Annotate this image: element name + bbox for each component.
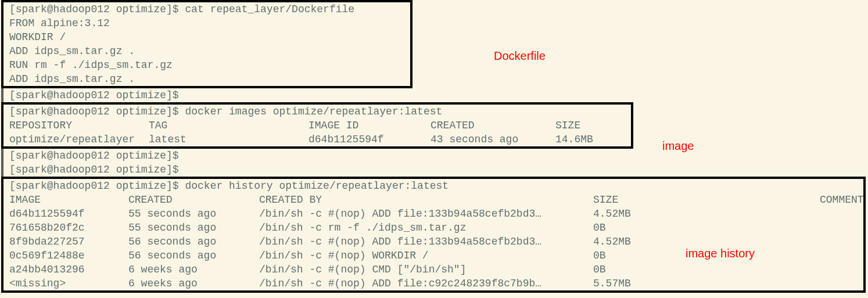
r5-by: /bin/sh -c #(nop) CMD ["/bin/sh"] — [259, 263, 593, 277]
dockerfile-box: [spark@hadoop012 optimize]$ cat repeat_l… — [1, 0, 413, 88]
r1-image: d64b1125594f — [9, 207, 128, 221]
r3-created: 56 seconds ago — [128, 235, 259, 249]
r4-created: 56 seconds ago — [128, 249, 259, 263]
r2-image: 761658b20f2c — [9, 221, 128, 235]
r2-by: /bin/sh -c rm -f ./idps_sm.tar.gz — [259, 221, 593, 235]
r5-image: a24bb4013296 — [9, 263, 128, 277]
h-created: CREATED — [128, 193, 259, 207]
r2-created: 55 seconds ago — [128, 221, 259, 235]
r1-by: /bin/sh -c #(nop) ADD file:133b94a58cefb… — [259, 207, 593, 221]
r4-size: 0B — [593, 250, 606, 261]
r3-size: 4.52MB — [593, 236, 631, 247]
image-box: [spark@hadoop012 optimize]$ docker image… — [1, 102, 633, 149]
hdr-tag: TAG — [149, 119, 309, 132]
hdr-created: CREATED — [431, 119, 555, 132]
hdr-repo: REPOSITORY — [9, 119, 149, 132]
label-history: image history — [686, 247, 755, 260]
prompt-line: [spark@hadoop012 optimize]$ cat repeat_l… — [3, 2, 410, 16]
row-id: d64b1125594f — [309, 132, 431, 146]
prompt-line: [spark@hadoop012 optimize]$ — [3, 163, 868, 177]
r5-created: 6 weeks ago — [128, 263, 259, 277]
hdr-id: IMAGE ID — [309, 119, 431, 132]
history-row: <missing>6 weeks ago/bin/sh -c #(nop) AD… — [3, 277, 863, 290]
r4-image: 0c569f12488e — [9, 249, 128, 263]
label-dockerfile: Dockerfile — [494, 49, 546, 63]
r5-size: 0B — [593, 264, 606, 275]
history-row: 761658b20f2c55 seconds ago/bin/sh -c rm … — [3, 221, 863, 235]
r6-created: 6 weeks ago — [128, 277, 259, 290]
docker-images-cmd: [spark@hadoop012 optimize]$ docker image… — [3, 105, 631, 119]
row-tag: latest — [149, 132, 309, 146]
r1-created: 55 seconds ago — [128, 207, 259, 221]
r6-size: 5.57MB — [593, 278, 631, 289]
row-repo: optimize/repeatlayer — [9, 132, 149, 146]
history-box: [spark@hadoop012 optimize]$ docker histo… — [1, 177, 866, 293]
dockerfile-line: WORKDIR / — [3, 30, 410, 44]
r4-by: /bin/sh -c #(nop) WORKDIR / — [259, 249, 593, 263]
r6-by: /bin/sh -c #(nop) ADD file:c92c248239f8c… — [259, 277, 593, 290]
h-comment: COMMENT — [820, 194, 864, 206]
h-image: IMAGE — [9, 193, 128, 207]
h-createdby: CREATED BY — [259, 193, 593, 207]
row-size: 14.6MB — [555, 134, 593, 145]
r2-size: 0B — [593, 222, 606, 234]
row-created: 43 seconds ago — [431, 132, 555, 146]
r3-by: /bin/sh -c #(nop) ADD file:133b94a58cefb… — [259, 235, 593, 249]
image-header: REPOSITORYTAGIMAGE IDCREATEDSIZE — [3, 119, 631, 132]
r3-image: 8f9bda227257 — [9, 235, 128, 249]
history-row: a24bb40132966 weeks ago/bin/sh -c #(nop)… — [3, 263, 863, 277]
dockerfile-line: ADD idps_sm.tar.gz . — [3, 44, 410, 58]
dockerfile-line: RUN rm -f ./idps_sm.tar.gz — [3, 58, 410, 72]
prompt-line: [spark@hadoop012 optimize]$ — [3, 149, 868, 163]
prompt-line: [spark@hadoop012 optimize]$ — [3, 88, 868, 102]
dockerfile-line: FROM alpine:3.12 — [3, 16, 410, 30]
history-row: d64b1125594f55 seconds ago/bin/sh -c #(n… — [3, 207, 863, 221]
h-size: SIZE — [593, 193, 820, 207]
r1-size: 4.52MB — [593, 208, 631, 220]
hdr-size: SIZE — [555, 120, 580, 131]
r6-image: <missing> — [9, 277, 128, 290]
label-image: image — [662, 139, 694, 153]
docker-history-cmd: [spark@hadoop012 optimize]$ docker histo… — [3, 179, 863, 193]
history-header: IMAGECREATEDCREATED BYSIZECOMMENT — [3, 193, 863, 207]
dockerfile-line: ADD idps_sm.tar.gz . — [3, 72, 410, 86]
image-row: optimize/repeatlayerlatestd64b1125594f43… — [3, 132, 631, 146]
